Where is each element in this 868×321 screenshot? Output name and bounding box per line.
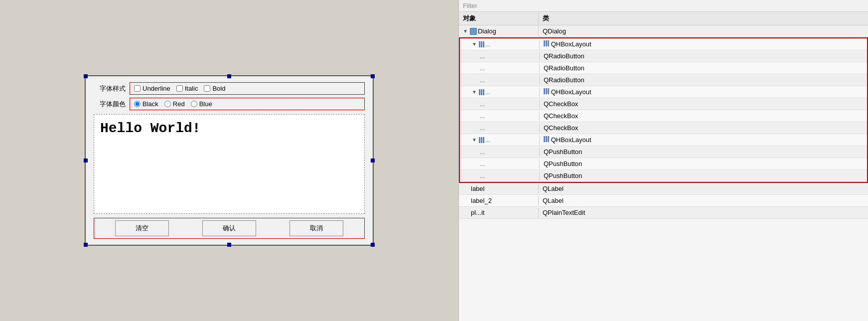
table-row[interactable]: ... QCheckBox bbox=[460, 110, 867, 122]
filter-bar: Filter bbox=[459, 0, 868, 12]
button-row: 清空 确认 取消 bbox=[94, 218, 365, 239]
blue-radio[interactable] bbox=[191, 101, 197, 107]
row-obj-text: label_2 bbox=[471, 197, 492, 204]
table-row[interactable]: ... QPushButton bbox=[460, 170, 867, 182]
layout-icon-class bbox=[544, 136, 549, 142]
row-class: QCheckBox bbox=[540, 123, 867, 133]
row-obj-text: ... bbox=[480, 172, 485, 179]
handle-middle-right[interactable] bbox=[371, 159, 375, 162]
table-row[interactable]: ... QPushButton bbox=[460, 158, 867, 170]
dialog-box: 字体样式 Underline Italic Bold bbox=[85, 75, 374, 246]
header-col-class: 类 bbox=[539, 12, 868, 25]
red-label: Red bbox=[173, 100, 185, 108]
row-obj: ... bbox=[460, 148, 540, 157]
row-class: QHBoxLayout bbox=[540, 87, 867, 97]
blue-radio-group[interactable]: Blue bbox=[191, 100, 212, 108]
bold-label: Bold bbox=[212, 85, 225, 92]
italic-checkbox[interactable] bbox=[176, 85, 183, 92]
row-class: QPlainTextEdit bbox=[539, 208, 868, 217]
row-obj: ... bbox=[460, 52, 540, 61]
table-row[interactable]: ... QRadioButton bbox=[460, 74, 867, 86]
row-class: QRadioButton bbox=[540, 75, 867, 85]
row-class: QCheckBox bbox=[540, 99, 867, 109]
italic-checkbox-group[interactable]: Italic bbox=[176, 85, 198, 92]
layout-icon bbox=[479, 41, 484, 47]
bold-checkbox[interactable] bbox=[204, 85, 210, 92]
dialog-inner: 字体样式 Underline Italic Bold bbox=[86, 76, 373, 245]
layout-icon bbox=[479, 89, 484, 95]
handle-bottom-middle[interactable] bbox=[227, 243, 231, 247]
text-display-area: Hello World! bbox=[94, 114, 365, 214]
underline-label: Underline bbox=[143, 85, 170, 92]
font-style-controls: Underline Italic Bold bbox=[130, 82, 365, 95]
row-obj-text: ... bbox=[485, 137, 490, 144]
red-radio-group[interactable]: Red bbox=[164, 100, 185, 108]
row-class: QPushButton bbox=[540, 147, 867, 157]
row-obj-text: ... bbox=[480, 101, 485, 108]
font-color-label: 字体颜色 bbox=[94, 100, 126, 109]
table-row[interactable]: ▼ ... QHBoxLayout bbox=[460, 134, 867, 146]
expand-arrow-icon[interactable]: ▼ bbox=[463, 28, 468, 34]
black-radio-group[interactable]: Black bbox=[134, 100, 158, 108]
expand-arrow-icon[interactable]: ▼ bbox=[472, 89, 477, 95]
handle-bottom-right[interactable] bbox=[371, 243, 375, 247]
table-row[interactable]: pl...it QPlainTextEdit bbox=[459, 207, 868, 219]
handle-top-middle[interactable] bbox=[227, 74, 231, 78]
row-obj-text: ... bbox=[485, 89, 490, 96]
table-row[interactable]: ... QPushButton bbox=[460, 146, 867, 158]
row-obj: ... bbox=[460, 76, 540, 85]
row-obj-text: ... bbox=[480, 53, 485, 60]
table-row[interactable]: ▼ ... QHBoxLayout bbox=[460, 38, 867, 50]
row-obj: ... bbox=[460, 124, 540, 133]
header-col-obj: 对象 bbox=[459, 12, 539, 25]
blue-label: Blue bbox=[199, 100, 212, 108]
expand-arrow-icon[interactable]: ▼ bbox=[472, 137, 477, 143]
table-row[interactable]: ... QCheckBox bbox=[460, 98, 867, 110]
row-class: QPushButton bbox=[540, 159, 867, 168]
row-class: QPushButton bbox=[540, 171, 867, 180]
table-row[interactable]: ... QRadioButton bbox=[460, 62, 867, 74]
row-obj-text: ... bbox=[480, 113, 485, 120]
expand-arrow-icon[interactable]: ▼ bbox=[472, 41, 477, 47]
filter-label: Filter bbox=[463, 2, 477, 9]
confirm-button[interactable]: 确认 bbox=[202, 220, 256, 236]
row-obj-text: ... bbox=[480, 160, 485, 167]
row-obj-text: label bbox=[471, 185, 484, 192]
handle-top-left[interactable] bbox=[84, 74, 88, 78]
row-class-text: QHBoxLayout bbox=[551, 136, 591, 144]
row-obj: ... bbox=[460, 160, 540, 168]
row-class: QRadioButton bbox=[540, 51, 867, 61]
row-class: QLabel bbox=[539, 184, 868, 193]
row-class: QRadioButton bbox=[540, 63, 867, 73]
table-row[interactable]: ▼ Dialog QDialog bbox=[459, 25, 868, 37]
row-obj-text: ... bbox=[480, 77, 485, 84]
underline-checkbox-group[interactable]: Underline bbox=[134, 85, 170, 92]
row-obj: label_2 bbox=[459, 196, 539, 205]
handle-middle-left[interactable] bbox=[84, 159, 88, 162]
cancel-button[interactable]: 取消 bbox=[289, 220, 343, 236]
underline-checkbox[interactable] bbox=[134, 85, 141, 92]
left-panel: 字体样式 Underline Italic Bold bbox=[0, 0, 458, 321]
table-row[interactable]: label QLabel bbox=[459, 183, 868, 195]
black-label: Black bbox=[143, 100, 158, 108]
display-text: Hello World! bbox=[100, 121, 201, 136]
bold-checkbox-group[interactable]: Bold bbox=[204, 85, 225, 92]
red-radio[interactable] bbox=[164, 101, 171, 107]
row-obj: ... bbox=[460, 112, 540, 121]
row-obj: ▼ ... bbox=[460, 136, 540, 145]
black-radio[interactable] bbox=[134, 101, 141, 107]
row-obj: ... bbox=[460, 171, 540, 180]
clear-button[interactable]: 清空 bbox=[115, 220, 169, 236]
table-row[interactable]: ... QRadioButton bbox=[460, 50, 867, 62]
row-obj-text: Dialog bbox=[478, 27, 496, 35]
table-row[interactable]: label_2 QLabel bbox=[459, 195, 868, 207]
font-color-row: 字体颜色 Black Red Blue bbox=[94, 98, 365, 110]
row-class: QHBoxLayout bbox=[540, 39, 867, 49]
row-class: QDialog bbox=[539, 26, 868, 36]
row-obj-text: ... bbox=[480, 149, 485, 156]
italic-label: Italic bbox=[185, 85, 198, 92]
table-row[interactable]: ... QCheckBox bbox=[460, 122, 867, 134]
handle-top-right[interactable] bbox=[371, 74, 375, 78]
table-row[interactable]: ▼ ... QHBoxLayout bbox=[460, 86, 867, 98]
handle-bottom-left[interactable] bbox=[84, 243, 88, 247]
